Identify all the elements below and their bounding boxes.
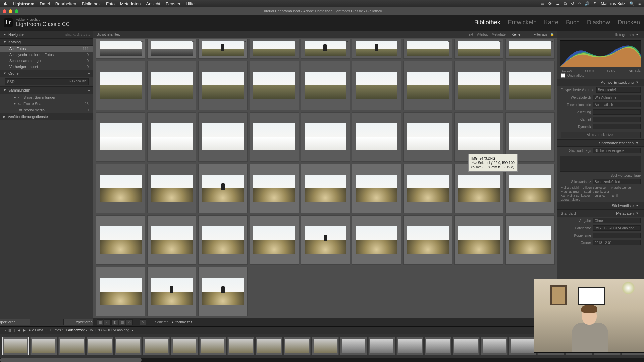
collection-excire[interactable]: ▸▭Excire Search25 xyxy=(0,100,93,107)
folder-volume[interactable]: SSD147 / 500 GB xyxy=(5,78,89,85)
module-slideshow[interactable]: Diashow xyxy=(587,19,610,26)
thumbnail-cell[interactable]: ⋯ xyxy=(454,215,504,265)
folders-header[interactable]: ▼ Ordner + xyxy=(0,70,93,77)
thumbnail-cell[interactable]: ⋯ xyxy=(96,215,145,265)
filmstrip-thumbnail[interactable] xyxy=(312,337,339,355)
thumbnail-cell[interactable]: ⋯ xyxy=(96,39,145,59)
thumbnail-cell[interactable]: ⋯ xyxy=(198,215,248,265)
menu-file[interactable]: Datei xyxy=(40,1,50,6)
view-loupe-icon[interactable]: ▭ xyxy=(104,319,111,325)
menu-photo[interactable]: Foto xyxy=(106,1,115,6)
module-library[interactable]: Bibliothek xyxy=(474,19,500,26)
module-map[interactable]: Karte xyxy=(544,19,558,26)
filmstrip-thumbnail[interactable] xyxy=(340,337,367,355)
nav-back-icon[interactable]: ◀ xyxy=(18,328,20,332)
menu-window[interactable]: Fenster xyxy=(166,1,180,6)
keyword-box[interactable] xyxy=(560,156,641,172)
thumbnail-cell[interactable]: ⋯ xyxy=(505,61,555,110)
collection-smart[interactable]: ▸▭Smart-Sammlungen xyxy=(0,94,93,100)
grid-view[interactable]: ⋯⋯⋯⋯⋯⋯⋯⋯⋯ ⋯⋯⋯⋯⋯⋯⋯⋯⋯⋯⋯⋯⋯⋯⋯⋯⋯⋯⋯⋯⋯⋯⋯⋯⋯⋯⋯⋯⋯⋯… xyxy=(93,38,557,318)
filmstrip-thumbnail[interactable] xyxy=(453,337,480,355)
metadata-header[interactable]: StandardMetadaten▼ xyxy=(557,209,644,217)
filmstrip-thumbnail[interactable] xyxy=(368,337,395,355)
view-grid-icon[interactable]: ▦ xyxy=(97,319,103,325)
thumbnail-cell[interactable]: ⋯ xyxy=(352,61,401,110)
publish-header[interactable]: ▶ Veröffentlichungsdienste + xyxy=(0,113,93,120)
menubar-spotlight-icon[interactable]: ⚲ xyxy=(594,1,597,6)
thumbnail-cell[interactable]: ⋯ xyxy=(198,112,248,162)
thumbnail-cell[interactable]: ⋯ xyxy=(352,112,401,162)
menu-edit[interactable]: Bearbeiten xyxy=(55,1,76,6)
thumbnail-cell[interactable]: ⋯ xyxy=(301,215,350,265)
filmstrip-thumbnail[interactable] xyxy=(284,337,311,355)
preset-select[interactable]: Benutzerdef. xyxy=(596,87,641,93)
filmstrip-thumbnail[interactable] xyxy=(227,337,254,355)
filter-metadata[interactable]: Metadaten xyxy=(492,33,507,36)
thumbnail-cell[interactable]: ⋯ xyxy=(250,112,299,162)
path-source[interactable]: Alle Fotos xyxy=(29,328,43,332)
nav-forward-icon[interactable]: ▶ xyxy=(23,328,26,332)
thumbnail-cell[interactable]: ⋯ xyxy=(403,39,452,59)
menubar-notifications-icon[interactable]: ≡ xyxy=(638,1,641,6)
filmstrip-thumbnail[interactable] xyxy=(58,337,85,355)
thumbnail-cell[interactable]: ⋯ xyxy=(454,61,504,110)
thumbnail-cell[interactable]: ⋯ xyxy=(198,39,248,59)
histogram[interactable] xyxy=(560,40,641,67)
filmstrip-thumbnail[interactable] xyxy=(509,337,536,355)
filter-lock-icon[interactable]: 🔒 xyxy=(550,33,554,36)
menubar-volume-icon[interactable]: 🔊 xyxy=(585,1,590,6)
thumbnail-cell[interactable]: ⋯ xyxy=(301,61,350,110)
filter-text[interactable]: Text xyxy=(467,33,473,36)
collections-header[interactable]: ▼ Sammlungen + xyxy=(0,86,93,94)
catalog-all-photos[interactable]: Alle Fotos111 xyxy=(0,46,93,52)
thumbnail-cell[interactable]: ⋯ xyxy=(301,39,350,59)
filmstrip-scrollbar[interactable] xyxy=(0,358,644,362)
zoom-window-button[interactable] xyxy=(15,9,18,13)
keyword-set-select[interactable]: Benutzerdefiniert xyxy=(593,179,641,184)
macos-menubar[interactable]: Lightroom Datei Bearbeiten Bibliothek Fo… xyxy=(0,0,644,7)
tone-auto-button[interactable]: Automatisch xyxy=(593,102,641,107)
thumbnail-cell[interactable]: ⋯ xyxy=(147,112,197,162)
keyword-input[interactable]: Stichwörter eingeben xyxy=(593,148,641,153)
filmstrip-thumbnail[interactable] xyxy=(256,337,282,355)
thumbnail-cell[interactable]: ⋯ xyxy=(147,267,197,316)
filmstrip-thumbnail[interactable] xyxy=(396,337,423,355)
window-titlebar[interactable]: Tutorial Panorama.lrcat - Adobe Photosho… xyxy=(0,7,644,15)
grid-toggle-icon[interactable]: ▦ xyxy=(8,328,11,332)
filmstrip-thumbnail[interactable] xyxy=(30,337,57,355)
adhoc-header[interactable]: Ad-hoc-Entwicklung▼ xyxy=(557,79,644,86)
painter-icon[interactable]: ✎ xyxy=(140,319,146,325)
module-book[interactable]: Buch xyxy=(566,19,580,26)
filmstrip-thumbnail[interactable] xyxy=(425,337,451,355)
thumbnail-cell[interactable]: ⋯ xyxy=(198,267,248,316)
thumbnail-cell[interactable]: ⋯ xyxy=(403,61,452,110)
add-collection-icon[interactable]: + xyxy=(88,88,90,92)
filmstrip-thumbnail[interactable] xyxy=(143,337,170,355)
scrollbar-thumb[interactable] xyxy=(0,358,142,362)
thumbnail-cell[interactable]: ⋯ xyxy=(403,164,452,213)
histogram-header[interactable]: Histogramm▼ xyxy=(557,31,644,38)
menu-app[interactable]: Lightroom xyxy=(13,1,34,6)
thumbnail-cell[interactable]: ⋯ xyxy=(301,112,350,162)
thumbnail-cell[interactable]: ⋯ xyxy=(403,215,452,265)
thumbnail-cell[interactable]: ⋯ xyxy=(250,164,299,213)
filmstrip-thumbnail[interactable] xyxy=(171,337,198,355)
menu-library[interactable]: Bibliothek xyxy=(82,1,101,6)
filter-none[interactable]: Keine xyxy=(512,33,520,36)
menu-view[interactable]: Ansicht xyxy=(146,1,160,6)
thumbnail-cell[interactable]: ⋯ xyxy=(198,61,248,110)
navigator-header[interactable]: ▼ Navigator Einp. Ausf. 1:1 3:1 xyxy=(0,31,93,38)
thumbnail-cell[interactable]: ⋯ xyxy=(505,39,555,59)
thumbnail-cell[interactable]: ⋯ xyxy=(352,39,401,59)
filmstrip-thumbnail[interactable] xyxy=(199,337,226,355)
menu-help[interactable]: Hilfe xyxy=(186,1,195,6)
view-compare-icon[interactable]: ◧ xyxy=(111,319,118,325)
thumbnail-cell[interactable]: ⋯ xyxy=(301,164,350,213)
vibrance-stepper[interactable] xyxy=(593,124,641,129)
metadata-preset[interactable]: Ohne xyxy=(593,218,641,223)
menubar-dropbox-icon[interactable]: ⧉ xyxy=(564,1,567,6)
add-folder-icon[interactable]: + xyxy=(88,71,90,75)
module-print[interactable]: Drucken xyxy=(618,19,640,26)
thumbnail-cell[interactable]: ⋯ xyxy=(352,215,401,265)
thumbnail-cell[interactable]: ⋯ xyxy=(454,39,504,59)
